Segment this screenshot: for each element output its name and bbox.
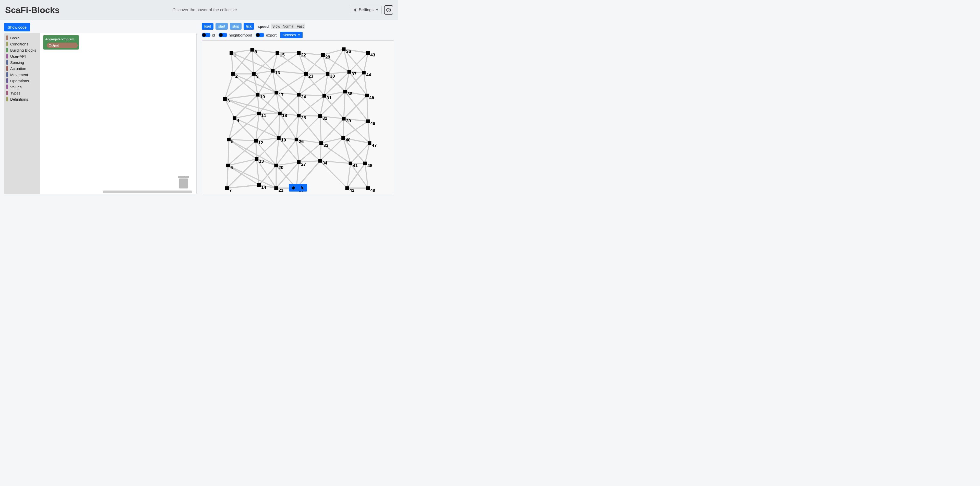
graph-node-label: 20 [278,165,283,170]
output-block[interactable]: Output [47,43,77,48]
graph-node[interactable] [347,70,351,73]
graph-node[interactable] [274,186,278,190]
graph-node-label: 32 [323,116,327,121]
graph-node[interactable] [342,117,345,120]
toolbox-item-basic[interactable]: Basic [4,35,40,41]
network-canvas[interactable]: 1815222936432916233037443101724313845411… [202,40,394,194]
graph-node[interactable] [318,114,322,118]
graph-node[interactable] [227,138,231,141]
stop-button[interactable]: stop [230,23,242,30]
pan-mode-button[interactable] [289,184,298,191]
graph-node[interactable] [297,160,301,164]
graph-node[interactable] [342,47,345,51]
graph-node-label: 30 [330,73,335,79]
graph-node[interactable] [366,186,370,190]
simulation-controls: load start stop tick speed Slow Normal F… [202,23,394,30]
graph-node-label: 15 [280,53,285,57]
speed-slow[interactable]: Slow [272,24,280,28]
graph-node[interactable] [366,120,370,123]
graph-node[interactable] [304,72,308,76]
category-color-bar [6,48,8,53]
horizontal-scrollbar[interactable] [103,191,192,193]
graph-node-label: 45 [369,95,374,100]
graph-node-label: 48 [368,163,372,168]
graph-node[interactable] [226,164,230,167]
toolbox-item-definitions[interactable]: Definitions [4,96,40,102]
graph-node[interactable] [252,72,256,76]
graph-node[interactable] [323,94,326,97]
graph-node[interactable] [225,186,229,190]
right-panel: load start stop tick speed Slow Normal F… [202,23,394,194]
speed-label: speed [258,24,269,29]
graph-node[interactable] [232,116,236,120]
graph-node[interactable] [349,162,352,165]
toolbox-item-operations[interactable]: Operations [4,78,40,84]
toggle-id[interactable] [202,33,210,37]
graph-edge [296,116,320,139]
graph-node-label: 38 [347,91,353,96]
graph-node[interactable] [278,112,282,115]
graph-node[interactable] [254,139,258,142]
toolbox-item-values[interactable]: Values [4,84,40,90]
toolbox-item-conditions[interactable]: Conditions [4,41,40,47]
graph-node[interactable] [321,53,325,57]
load-button[interactable]: load [202,23,213,30]
toolbox-item-sensing[interactable]: Sensing [4,59,40,65]
aggregate-program-block[interactable]: Aggregate Program Output [43,35,79,49]
network-graph: 1815222936432916233037443101724313845411… [202,41,394,194]
graph-node-label: 14 [261,185,266,190]
blockly-canvas[interactable]: Aggregate Program Output [40,33,196,194]
graph-node-label: 10 [260,94,265,99]
svg-point-0 [355,10,356,11]
graph-node[interactable] [326,72,329,76]
toolbox-item-building-blocks[interactable]: Building Blocks [4,47,40,53]
toolbox-item-actuation[interactable]: Actuation [4,65,40,72]
sensors-dropdown[interactable]: Sensors [280,32,302,38]
toolbox-item-movement[interactable]: Movement [4,72,40,78]
graph-node[interactable] [223,97,227,100]
graph-node[interactable] [297,114,301,117]
graph-node[interactable] [231,72,235,76]
graph-node[interactable] [256,93,259,97]
toolbox-item-user-api[interactable]: User-API [4,53,40,59]
toolbox-item-types[interactable]: Types [4,90,40,96]
settings-button[interactable]: Settings [350,6,382,14]
graph-node[interactable] [320,141,323,145]
graph-node[interactable] [271,69,275,73]
graph-node[interactable] [363,162,367,165]
graph-node[interactable] [257,183,261,187]
graph-node[interactable] [277,136,280,140]
graph-node[interactable] [318,159,322,163]
graph-node[interactable] [275,91,278,94]
caret-down-icon [298,35,300,36]
show-code-button[interactable]: Show code [4,23,30,32]
graph-node[interactable] [229,51,233,55]
tick-button[interactable]: tick [243,23,254,30]
graph-node[interactable] [368,141,371,145]
graph-node[interactable] [362,71,366,74]
category-color-bar [6,35,8,40]
graph-node[interactable] [345,186,349,190]
graph-node[interactable] [295,138,298,141]
graph-node[interactable] [274,164,278,167]
start-button[interactable]: start [215,23,228,30]
toggle-neighborhood[interactable] [219,33,227,37]
graph-node[interactable] [343,90,347,94]
speed-normal[interactable]: Normal [283,24,294,28]
graph-node-label: 31 [326,95,332,100]
graph-node[interactable] [365,94,369,97]
graph-node[interactable] [297,51,301,55]
graph-node[interactable] [297,93,301,97]
graph-node[interactable] [255,157,258,161]
graph-node[interactable] [275,51,279,55]
graph-node[interactable] [341,136,345,140]
toggle-export[interactable] [256,33,264,37]
help-button[interactable] [384,5,393,14]
graph-node[interactable] [257,112,261,115]
select-mode-button[interactable] [298,184,307,191]
graph-node[interactable] [250,48,254,52]
graph-node[interactable] [366,51,370,55]
gear-icon [353,8,357,12]
speed-fast[interactable]: Fast [297,24,304,28]
trash-icon[interactable] [178,176,189,190]
